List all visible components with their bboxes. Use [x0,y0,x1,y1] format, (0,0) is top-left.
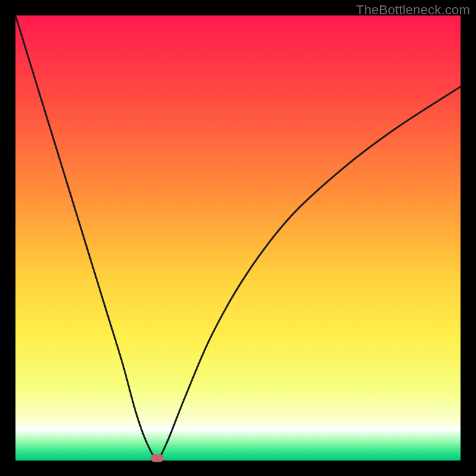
chart-frame [15,15,461,461]
bottleneck-marker [151,455,164,462]
bottleneck-curve [15,15,461,461]
watermark-text: TheBottleneck.com [356,2,470,18]
